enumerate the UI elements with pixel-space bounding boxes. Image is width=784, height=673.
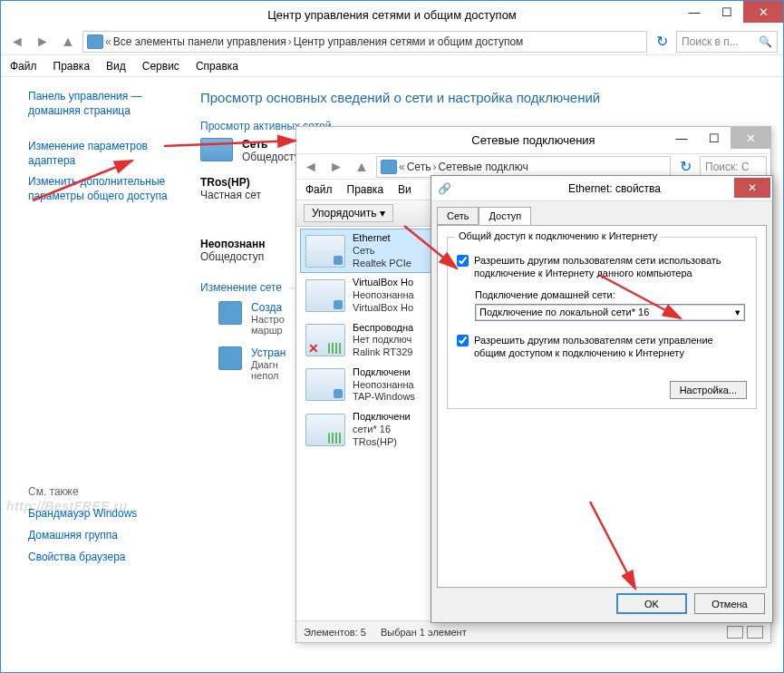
- w2-back-icon[interactable]: ◄: [300, 156, 322, 178]
- ad0-l3: Realtek PCIe: [353, 258, 411, 270]
- c1-d1: Настро: [251, 314, 285, 325]
- w2-maximize[interactable]: ☐: [698, 127, 731, 149]
- w1-menubar: Файл Правка Вид Сервис Справка: [1, 55, 783, 77]
- search-box[interactable]: Поиск в п... 🔍: [676, 31, 778, 53]
- crumb-2[interactable]: Центр управления сетями и общим доступом: [294, 35, 524, 48]
- w2-menu-edit[interactable]: Правка: [347, 183, 384, 196]
- w2-refresh-icon[interactable]: ↻: [674, 156, 696, 178]
- sidebar-sharing-settings[interactable]: Изменить дополнительные параметры общего…: [28, 175, 182, 203]
- back-arrow-icon[interactable]: ◄: [6, 31, 28, 53]
- minimize-button[interactable]: —: [678, 1, 711, 23]
- w2-close[interactable]: ✕: [731, 127, 770, 149]
- organize-button[interactable]: Упорядочить ▾: [304, 204, 393, 222]
- wifi-adapter-icon: [305, 324, 345, 356]
- w2-search-ph: Поиск: С: [705, 161, 750, 173]
- w2-menu-view[interactable]: Ви: [398, 183, 411, 196]
- tap-adapter-icon: [305, 368, 345, 401]
- w3-close-button[interactable]: ✕: [734, 178, 770, 198]
- sidebar-l1b: адаптера: [28, 154, 75, 167]
- cancel-button[interactable]: Отмена: [694, 593, 765, 614]
- tab-sharing[interactable]: Доступ: [479, 207, 531, 225]
- w2-address-bar[interactable]: « Сеть › Сетевые подключ: [376, 156, 671, 178]
- address-bar[interactable]: « Все элементы панели управления › Центр…: [82, 31, 647, 53]
- crumb-1[interactable]: Все элементы панели управления: [113, 35, 286, 48]
- w1-address-row: ◄ ► ▲ « Все элементы панели управления ›…: [1, 28, 783, 55]
- create-connection-icon: [218, 301, 242, 325]
- menu-view[interactable]: Вид: [106, 60, 126, 73]
- up-arrow-icon[interactable]: ▲: [57, 31, 79, 53]
- dialog-buttons: OK Отмена: [431, 593, 772, 621]
- c2-d1: Диагн: [251, 359, 286, 370]
- see-also-label: См. также: [28, 485, 182, 498]
- content-heading: Просмотр основных сведений о сети и наст…: [200, 90, 765, 105]
- c2-title: Устран: [251, 346, 286, 359]
- menu-file[interactable]: Файл: [10, 60, 37, 73]
- search-placeholder: Поиск в п...: [682, 35, 755, 48]
- organize-label: Упорядочить: [312, 207, 376, 219]
- related-homegroup[interactable]: Домашняя группа: [28, 529, 182, 541]
- ad2-l3: Ralink RT329: [353, 346, 413, 359]
- w2-crumb2[interactable]: Сетевые подключ: [438, 161, 528, 173]
- allow-control-checkbox[interactable]: [457, 335, 469, 346]
- allow-control-label[interactable]: Разрешить другим пользователям сети упра…: [474, 334, 747, 360]
- w3-title: Ethernet: свойства: [457, 182, 772, 195]
- ad4-l2: сети* 16: [353, 424, 411, 436]
- ad3-l2: Неопознанна: [353, 379, 415, 392]
- net3-type: Общедоступ: [200, 250, 264, 263]
- w2-crumb1[interactable]: Сеть: [407, 161, 431, 173]
- w2-chevron-right-icon: ›: [432, 161, 436, 173]
- ad4-l3: TRos(HP): [353, 436, 411, 449]
- w2-menu-file[interactable]: Файл: [305, 183, 333, 196]
- tab-network[interactable]: Сеть: [437, 207, 479, 225]
- sidebar: Панель управления — домашняя страница Из…: [1, 77, 191, 672]
- watermark: http://BestFREE.ru: [6, 499, 127, 513]
- w2-statusbar: Элементов: 5 Выбран 1 элемент: [296, 620, 770, 642]
- status-count: Элементов: 5: [304, 627, 366, 638]
- ad4-name: Подключени: [353, 411, 411, 424]
- chevron-down-icon: ▾: [735, 307, 740, 318]
- settings-button[interactable]: Настройка...: [670, 381, 747, 399]
- ad0-name: Ethernet: [353, 232, 411, 245]
- c1-d2: маршр: [251, 325, 285, 336]
- group-legend: Общий доступ к подключению к Интернету: [455, 230, 661, 241]
- allow-sharing-label[interactable]: Разрешить другим пользователям сети испо…: [474, 254, 747, 280]
- w2-search[interactable]: Поиск: С: [700, 156, 767, 178]
- sidebar-home-l2: домашняя страница: [28, 104, 131, 117]
- w2-fwd-icon[interactable]: ►: [325, 156, 347, 178]
- view-details-icon[interactable]: [727, 626, 743, 639]
- sharing-panel: Общий доступ к подключению к Интернету Р…: [437, 225, 767, 588]
- menu-help[interactable]: Справка: [196, 60, 238, 73]
- ad1-l2: Неопознанна: [353, 289, 414, 302]
- w2-minimize[interactable]: —: [665, 127, 698, 149]
- menu-edit[interactable]: Правка: [53, 60, 91, 73]
- allow-sharing-checkbox[interactable]: [457, 255, 469, 267]
- ok-button[interactable]: OK: [616, 593, 687, 614]
- local16-adapter-icon: [305, 414, 345, 446]
- net2-name: TRos(HP): [200, 176, 261, 189]
- w3-titlebar: 🔗 Ethernet: свойства ✕: [431, 176, 772, 201]
- vbox-adapter-icon: [305, 279, 345, 312]
- refresh-icon[interactable]: ↻: [651, 31, 673, 53]
- sidebar-home-l1: Панель управления —: [28, 90, 142, 102]
- sidebar-home[interactable]: Панель управления — домашняя страница: [28, 90, 182, 118]
- c2-d2: непол: [251, 370, 286, 381]
- w1-window-buttons: — ☐ ✕: [678, 1, 783, 23]
- search-icon: 🔍: [759, 35, 772, 48]
- w2-chevron-left-icon: «: [399, 161, 405, 173]
- home-connection-combo[interactable]: Подключение по локальной сети* 16 ▾: [475, 304, 745, 321]
- w1-titlebar: Центр управления сетями и общим доступом…: [1, 1, 783, 28]
- view-tiles-icon[interactable]: [747, 626, 763, 639]
- ad3-name: Подключени: [353, 366, 415, 379]
- sidebar-adapter-settings[interactable]: Изменение параметров адаптера: [28, 140, 182, 168]
- forward-arrow-icon[interactable]: ►: [32, 31, 53, 53]
- close-button[interactable]: ✕: [743, 1, 783, 23]
- maximize-button[interactable]: ☐: [711, 1, 743, 23]
- w3-tabs: Сеть Доступ: [431, 201, 772, 225]
- allow-control-row: Разрешить другим пользователям сети упра…: [457, 334, 747, 360]
- related-browser[interactable]: Свойства браузера: [28, 551, 182, 563]
- menu-tools[interactable]: Сервис: [142, 60, 179, 73]
- chevron-right-icon: ›: [288, 35, 292, 48]
- combo-value: Подключение по локальной сети* 16: [479, 307, 649, 317]
- sidebar-l2a: Изменить дополнительные: [28, 175, 165, 188]
- w2-up-icon[interactable]: ▲: [351, 156, 373, 178]
